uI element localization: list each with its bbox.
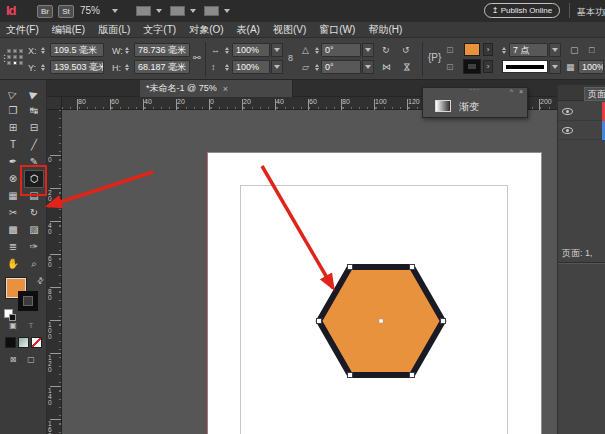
type-tool[interactable]: T xyxy=(4,137,22,153)
screen-mode-icon[interactable] xyxy=(170,6,185,16)
select-container-icon[interactable]: {P} xyxy=(428,51,441,65)
tab-close-icon[interactable]: × xyxy=(223,84,228,94)
preview-mode-button[interactable]: ▢ xyxy=(24,354,38,366)
visibility-eye-icon[interactable] xyxy=(562,127,573,134)
collapse-panel-icon[interactable]: ^ xyxy=(510,88,513,96)
note-tool[interactable]: ≣ xyxy=(4,239,22,255)
apply-none-button[interactable] xyxy=(31,337,42,348)
panel-row-1[interactable] xyxy=(558,121,605,140)
scale-y-field[interactable]: 100% xyxy=(232,60,270,74)
rotation-field[interactable]: 0° xyxy=(321,43,361,57)
fitting-icon[interactable]: ⊡ xyxy=(446,43,454,57)
opacity-field[interactable]: 100% xyxy=(578,60,604,74)
menu-item-4[interactable]: 对象(O) xyxy=(189,23,223,37)
menu-item-2[interactable]: 版面(L) xyxy=(98,23,130,37)
normal-view-mode-button[interactable]: ⊠ xyxy=(6,354,20,366)
fill-expand-button[interactable]: › xyxy=(483,43,493,56)
h-field[interactable]: 68.187 毫米 xyxy=(134,60,190,74)
document-tab[interactable]: *未命名-1 @ 75% × xyxy=(140,80,293,97)
gap-tool[interactable]: ↹ xyxy=(25,103,43,119)
publish-online-button[interactable]: ↥ Publish Online xyxy=(484,3,560,18)
shear-field[interactable]: 0° xyxy=(321,60,361,74)
corner-shape-icon[interactable]: □ xyxy=(589,43,594,57)
fill-color-swatch[interactable] xyxy=(464,43,480,56)
menu-item-3[interactable]: 文字(T) xyxy=(143,23,176,37)
stock-button[interactable]: St xyxy=(58,5,74,18)
hexagon-object[interactable] xyxy=(300,245,462,397)
y-field[interactable]: 139.503 毫米 xyxy=(50,60,104,74)
anchor-point[interactable] xyxy=(348,265,353,270)
stroke-weight-stepper[interactable] xyxy=(500,43,507,57)
scissors-tool[interactable]: ✂ xyxy=(4,205,22,221)
formatting-affects-container-button[interactable]: ▣ xyxy=(6,320,20,332)
scale-x-field[interactable]: 100% xyxy=(232,43,270,57)
w-field[interactable]: 78.736 毫米 xyxy=(134,43,190,57)
scale-x-stepper[interactable] xyxy=(223,43,230,57)
selection-tool[interactable]: ▶ xyxy=(25,86,43,102)
stroke-color-swatch[interactable] xyxy=(464,60,480,73)
content-placer-tool[interactable]: ⊟ xyxy=(25,120,43,136)
w-stepper[interactable] xyxy=(123,43,130,57)
scale-y-dropdown[interactable] xyxy=(271,60,283,74)
panel-row-0[interactable] xyxy=(558,102,605,121)
stroke-weight-dropdown[interactable] xyxy=(549,43,561,57)
constrain-proportions-icon[interactable]: ⚯ xyxy=(193,51,201,65)
anchor-point[interactable] xyxy=(410,265,415,270)
apply-gradient-button[interactable] xyxy=(18,337,29,348)
stroke-expand-button[interactable]: › xyxy=(483,60,493,73)
arrange-documents-dropdown-icon[interactable] xyxy=(224,9,230,13)
content-collector-tool[interactable]: ⊞ xyxy=(4,120,22,136)
corner-options-icon[interactable]: ▢ xyxy=(570,43,579,57)
anchor-point[interactable] xyxy=(317,319,322,324)
direct-selection-tool[interactable]: ▷ xyxy=(4,86,22,102)
fitting-icon[interactable]: ⊡ xyxy=(446,60,454,74)
visibility-eye-icon[interactable] xyxy=(562,108,573,115)
stroke-style-field[interactable] xyxy=(502,60,548,73)
rotate-cw-button[interactable]: ↻ xyxy=(382,43,390,57)
drag-grip-icon[interactable]: ··· xyxy=(470,85,481,94)
workspace-switcher[interactable]: 基本功能 xyxy=(577,6,605,19)
eyedropper-tool[interactable]: ✑ xyxy=(25,239,43,255)
swap-fill-stroke-icon[interactable]: ⇄ xyxy=(35,275,46,286)
bridge-button[interactable]: Br xyxy=(37,5,53,18)
pasteboard[interactable] xyxy=(62,110,557,434)
default-fill-stroke-icon[interactable] xyxy=(4,309,13,318)
view-options-icon[interactable] xyxy=(136,6,151,16)
pages-panel-tab[interactable]: 页面 xyxy=(584,87,605,101)
flip-vertical-button[interactable]: ⋈ xyxy=(400,63,414,72)
ruler-corner[interactable] xyxy=(47,97,62,110)
gradient-panel-header[interactable]: ··· ^ × xyxy=(423,88,527,97)
y-stepper[interactable] xyxy=(39,60,46,74)
zoom-level-dropdown-icon[interactable] xyxy=(112,9,118,13)
menu-item-7[interactable]: 窗口(W) xyxy=(319,23,355,37)
gradient-swatch-tool[interactable]: ▩ xyxy=(4,222,22,238)
stroke-weight-field[interactable]: 7 点 xyxy=(509,43,548,57)
close-panel-icon[interactable]: × xyxy=(519,88,523,96)
gradient-swatch-icon[interactable] xyxy=(435,100,451,112)
menu-item-6[interactable]: 视图(V) xyxy=(273,23,306,37)
zoom-level-value[interactable]: 75% xyxy=(80,5,100,16)
view-options-dropdown-icon[interactable] xyxy=(156,9,162,13)
gradient-feather-tool[interactable]: ▨ xyxy=(25,222,43,238)
menu-item-1[interactable]: 编辑(E) xyxy=(52,23,85,37)
stroke-color-selector[interactable] xyxy=(18,291,38,311)
shear-stepper[interactable] xyxy=(313,60,320,74)
vertical-ruler[interactable]: 020406080100120140160 xyxy=(47,110,62,434)
stroke-style-dropdown[interactable] xyxy=(549,60,561,74)
scale-x-dropdown[interactable] xyxy=(271,43,283,57)
page-tool[interactable]: ❐ xyxy=(4,103,22,119)
x-field[interactable]: 109.5 毫米 xyxy=(50,43,104,57)
anchor-point[interactable] xyxy=(441,319,446,324)
menu-item-5[interactable]: 表(A) xyxy=(237,23,260,37)
formatting-affects-text-button[interactable]: T xyxy=(24,320,38,332)
rotation-stepper[interactable] xyxy=(313,43,320,57)
menu-item-0[interactable]: 文件(F) xyxy=(6,23,39,37)
rotation-dropdown[interactable] xyxy=(362,43,374,57)
scale-y-stepper[interactable] xyxy=(223,60,230,74)
zoom-tool[interactable]: ⌕ xyxy=(25,256,43,272)
h-stepper[interactable] xyxy=(123,60,130,74)
shear-dropdown[interactable] xyxy=(362,60,374,74)
reference-point-proxy[interactable] xyxy=(7,49,23,65)
menu-item-8[interactable]: 帮助(H) xyxy=(368,23,402,37)
line-tool[interactable]: ╱ xyxy=(25,137,43,153)
